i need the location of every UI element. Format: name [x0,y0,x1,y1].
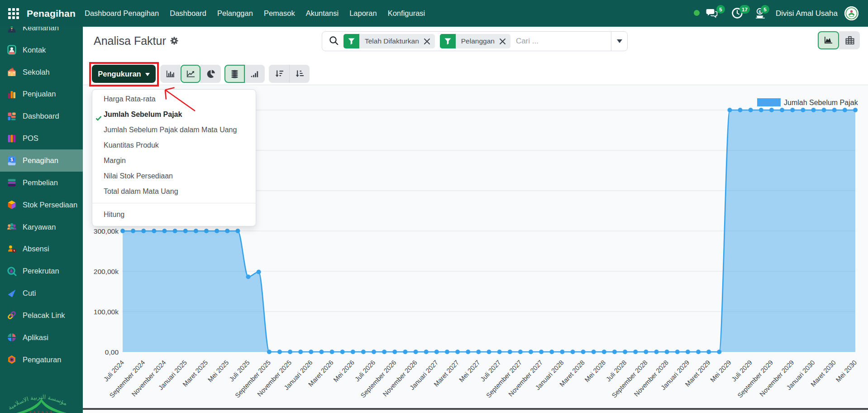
data-point[interactable] [738,108,743,112]
measure-option-jumlah-sebelum-pajak-dalam-mata-uang[interactable]: Jumlah Sebelum Pajak dalam Mata Uang [92,122,256,138]
data-point[interactable] [131,229,135,233]
sidebar-item-sekolah[interactable]: Sekolah [0,61,83,83]
measure-option-kuantitas-produk[interactable]: Kuantitas Produk [92,138,256,153]
legend-label[interactable]: Jumlah Sebelum Pajak [784,99,858,106]
stacked-button[interactable] [224,65,245,83]
measure-option-total-dalam-mata-uang[interactable]: Total dalam Mata Uang [92,184,256,199]
data-point[interactable] [476,350,481,354]
data-point[interactable] [686,350,690,354]
gear-icon[interactable] [170,37,178,47]
user-avatar[interactable] [844,6,858,20]
data-point[interactable] [173,229,177,233]
data-point[interactable] [424,350,429,354]
sidebar-item-penjualan[interactable]: Penjualan [0,83,83,106]
measure-count-option[interactable]: Hitung [92,207,256,222]
data-point[interactable] [675,350,680,354]
sidebar-item-pembelian[interactable]: Pembelian [0,172,83,194]
data-point[interactable] [633,350,638,354]
data-point[interactable] [288,350,292,354]
data-point[interactable] [623,350,627,354]
data-point[interactable] [508,350,512,354]
search-dropdown-toggle[interactable] [611,32,627,51]
data-point[interactable] [267,350,272,354]
data-point[interactable] [445,350,449,354]
data-point[interactable] [843,108,847,112]
sidebar-item-stok-persediaan[interactable]: Stok Persediaan [0,194,83,216]
data-point[interactable] [654,350,659,354]
data-point[interactable] [518,350,523,354]
data-point[interactable] [769,108,774,112]
data-point[interactable] [392,350,397,354]
data-point[interactable] [571,350,575,354]
data-point[interactable] [612,350,617,354]
sidebar-item-cuti[interactable]: Cuti [0,282,83,304]
data-point[interactable] [487,350,491,354]
data-point[interactable] [246,274,251,279]
data-point[interactable] [853,108,858,112]
user-name[interactable]: Divisi Amal Usaha [776,0,838,27]
graph-view-button[interactable] [818,31,839,49]
data-point[interactable] [257,269,261,274]
sidebar-item-pengaturan[interactable]: Pengaturan [0,349,83,371]
sidebar-item-penagihan[interactable]: $Penagihan [0,149,83,172]
data-point[interactable] [727,108,732,112]
sidebar-item-absensi[interactable]: Absensi [0,238,83,260]
facet-remove-icon[interactable] [499,38,506,45]
data-point[interactable] [549,350,554,354]
data-point[interactable] [235,229,240,233]
data-point[interactable] [372,350,376,354]
data-point[interactable] [215,229,219,233]
sidebar-item-karyawan[interactable]: Karyawan [0,216,83,238]
pie-chart-button[interactable] [200,65,221,83]
data-point[interactable] [152,229,156,233]
data-point[interactable] [277,350,282,354]
data-point[interactable] [120,229,125,233]
data-point[interactable] [832,108,837,112]
data-point[interactable] [602,350,606,354]
data-point[interactable] [194,229,198,233]
measure-option-nilai-stok-persediaan[interactable]: Nilai Stok Persediaan [92,168,256,184]
cumulative-button[interactable] [245,65,265,83]
sidebar-item-aplikasi[interactable]: Aplikasi [0,327,83,349]
data-point[interactable] [665,350,669,354]
data-point[interactable] [497,350,502,354]
data-point[interactable] [790,108,795,112]
sidebar-item-perekrutan[interactable]: Perekrutan [0,260,83,282]
facet-remove-icon[interactable] [424,38,430,45]
data-point[interactable] [141,229,146,233]
data-point[interactable] [183,229,188,233]
sidebar-item-pos[interactable]: POS [0,127,83,149]
sidebar-item-pelacak-link[interactable]: Pelacak Link [0,304,83,327]
data-point[interactable] [309,350,313,354]
measure-option-margin[interactable]: Margin [92,153,256,168]
data-point[interactable] [434,350,439,354]
sidebar-item-kontak[interactable]: Kontak [0,39,83,61]
data-point[interactable] [361,350,366,354]
data-point[interactable] [225,229,229,233]
data-point[interactable] [591,350,596,354]
sidebar-item-keamanan[interactable]: Keamanan [0,27,83,39]
data-point[interactable] [340,350,345,354]
data-point[interactable] [780,108,784,112]
data-point[interactable] [382,350,386,354]
data-point[interactable] [811,108,816,112]
data-point[interactable] [455,350,460,354]
pivot-view-button[interactable] [839,31,860,49]
data-point[interactable] [539,350,544,354]
data-point[interactable] [319,350,324,354]
sort-ascending-button[interactable] [289,65,310,83]
data-point[interactable] [706,350,711,354]
data-point[interactable] [298,350,303,354]
line-chart-button[interactable] [181,65,201,83]
data-point[interactable] [351,350,355,354]
data-point[interactable] [162,229,167,233]
bar-chart-button[interactable] [160,65,181,83]
data-point[interactable] [581,350,586,354]
data-point[interactable] [696,350,701,354]
data-point[interactable] [717,350,721,354]
data-point[interactable] [414,350,418,354]
data-point[interactable] [822,108,826,112]
data-point[interactable] [644,350,648,354]
data-point[interactable] [466,350,470,354]
data-point[interactable] [749,108,753,112]
